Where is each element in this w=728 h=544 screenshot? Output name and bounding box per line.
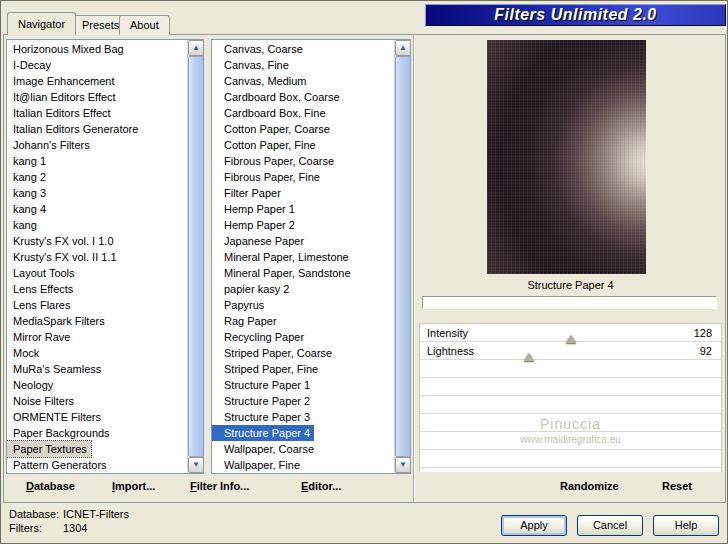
filter-info-button[interactable]: Filter Info... [190, 480, 249, 492]
window-title-banner: Filters Unlimited 2.0 [425, 4, 726, 26]
watermark: Pinuccia www.maidiregrafica.eu [420, 416, 721, 445]
category-item[interactable]: kang [7, 217, 187, 233]
filter-item[interactable]: Striped Paper, Coarse [212, 345, 394, 361]
database-button[interactable]: Database [26, 480, 75, 492]
scrollbar-thumb[interactable] [395, 56, 411, 457]
import-button[interactable]: Import... [112, 480, 155, 492]
scrollbar-thumb[interactable] [188, 56, 204, 457]
scroll-up-icon[interactable]: ▲ [188, 40, 204, 56]
category-item[interactable]: Mock [7, 345, 187, 361]
filter-item[interactable]: Mineral Paper, Sandstone [212, 265, 394, 281]
tab-navigator[interactable]: Navigator [7, 12, 76, 35]
category-item[interactable]: ORMENTE Filters [7, 409, 187, 425]
parameter-row: Lightness92 [420, 342, 721, 360]
filter-item[interactable]: Structure Paper 3 [212, 409, 394, 425]
category-item[interactable]: kang 3 [7, 185, 187, 201]
category-item[interactable]: Image Enhancement [7, 73, 187, 89]
filter-item[interactable]: Recycling Paper [212, 329, 394, 345]
category-item[interactable]: Pattern Generators [7, 457, 187, 473]
filter-item[interactable]: Fibrous Paper, Fine [212, 169, 394, 185]
category-item[interactable]: It@lian Editors Effect [7, 89, 187, 105]
parameter-value: 128 [694, 327, 712, 339]
parameter-value: 92 [700, 345, 712, 357]
parameter-label: Lightness [427, 345, 474, 357]
category-item[interactable]: MuRa's Seamless [7, 361, 187, 377]
category-item[interactable]: Krusty's FX vol. I 1.0 [7, 233, 187, 249]
category-item[interactable]: Italian Editors Generatore [7, 121, 187, 137]
filter-scrollbar[interactable]: ▲ ▼ [394, 40, 410, 473]
apply-button[interactable]: Apply [501, 515, 567, 536]
filter-item[interactable]: Structure Paper 2 [212, 393, 394, 409]
filter-item[interactable]: Cotton Paper, Coarse [212, 121, 394, 137]
filter-item[interactable]: Wallpaper, Fine [212, 457, 394, 473]
category-item[interactable]: Mirror Rave [7, 329, 187, 345]
preview-caption: Structure Paper 4 [415, 279, 726, 291]
filter-item[interactable]: Canvas, Medium [212, 73, 394, 89]
watermark-name: Pinuccia [420, 416, 721, 432]
filter-item[interactable]: Hemp Paper 1 [212, 201, 394, 217]
filter-item[interactable]: Wallpaper, Coarse [212, 441, 394, 457]
filter-item[interactable]: Cardboard Box, Coarse [212, 89, 394, 105]
cancel-button[interactable]: Cancel [577, 515, 643, 536]
tab-about[interactable]: About [119, 15, 170, 35]
filter-item[interactable]: Striped Paper, Fine [212, 361, 394, 377]
filter-item[interactable]: Canvas, Fine [212, 57, 394, 73]
filters-status-value: 1304 [63, 522, 87, 534]
slider-thumb[interactable] [524, 353, 534, 361]
category-item[interactable]: MediaSpark Filters [7, 313, 187, 329]
filter-item[interactable]: Filter Paper [212, 185, 394, 201]
filter-listbox[interactable]: Canvas, CoarseCanvas, FineCanvas, Medium… [211, 39, 411, 474]
watermark-url: www.maidiregrafica.eu [420, 434, 721, 445]
filter-item[interactable]: Japanese Paper [212, 233, 394, 249]
scroll-down-icon[interactable]: ▼ [395, 457, 411, 473]
scroll-up-icon[interactable]: ▲ [395, 40, 411, 56]
filter-item[interactable]: Canvas, Coarse [212, 41, 394, 57]
category-item[interactable]: Neology [7, 377, 187, 393]
reset-button[interactable]: Reset [662, 480, 692, 492]
category-item[interactable]: Layout Tools [7, 265, 187, 281]
help-button[interactable]: Help [653, 515, 719, 536]
category-item[interactable]: Krusty's FX vol. II 1.1 [7, 249, 187, 265]
category-item[interactable]: Johann's Filters [7, 137, 187, 153]
category-list-items: Horizonous Mixed BagI-DecayImage Enhance… [7, 41, 187, 473]
preview-progress-bar [422, 296, 717, 309]
category-item[interactable]: kang 1 [7, 153, 187, 169]
scroll-down-icon[interactable]: ▼ [188, 457, 204, 473]
category-item[interactable]: Paper Textures [7, 441, 91, 457]
filter-item[interactable]: Fibrous Paper, Coarse [212, 153, 394, 169]
category-item[interactable]: Paper Backgrounds [7, 425, 187, 441]
filter-item[interactable]: Cotton Paper, Fine [212, 137, 394, 153]
editor-button[interactable]: Editor... [301, 480, 341, 492]
navigator-tab-page: Horizonous Mixed BagI-DecayImage Enhance… [3, 34, 726, 503]
filter-item[interactable]: papier kasy 2 [212, 281, 394, 297]
filter-item[interactable]: Papyrus [212, 297, 394, 313]
preview-image [487, 40, 646, 274]
category-item[interactable]: kang 2 [7, 169, 187, 185]
filter-item[interactable]: Structure Paper 1 [212, 377, 394, 393]
category-item[interactable]: Noise Filters [7, 393, 187, 409]
database-status-value: ICNET-Filters [63, 508, 129, 520]
filters-unlimited-window: Filters Unlimited 2.0 Navigator Presets … [0, 0, 728, 544]
category-item[interactable]: Lens Flares [7, 297, 187, 313]
filter-item[interactable]: Cardboard Box, Fine [212, 105, 394, 121]
category-item[interactable]: I-Decay [7, 57, 187, 73]
filter-item[interactable]: Rag Paper [212, 313, 394, 329]
filter-list-items: Canvas, CoarseCanvas, FineCanvas, Medium… [212, 41, 394, 473]
randomize-button[interactable]: Randomize [560, 480, 619, 492]
parameter-list: Pinuccia www.maidiregrafica.eu Intensity… [419, 323, 722, 472]
preview-panel: Structure Paper 4 Pinuccia www.maidiregr… [415, 35, 726, 502]
filter-item[interactable]: Structure Paper 4 [212, 425, 314, 441]
category-item[interactable]: Lens Effects [7, 281, 187, 297]
category-item[interactable]: kang 4 [7, 201, 187, 217]
database-status-label: Database: [9, 508, 59, 520]
category-listbox[interactable]: Horizonous Mixed BagI-DecayImage Enhance… [6, 39, 204, 474]
filter-item[interactable]: Mineral Paper, Limestone [212, 249, 394, 265]
category-item[interactable]: Horizonous Mixed Bag [7, 41, 187, 57]
parameter-label: Intensity [427, 327, 468, 339]
category-scrollbar[interactable]: ▲ ▼ [187, 40, 203, 473]
category-item[interactable]: Italian Editors Effect [7, 105, 187, 121]
filters-status-label: Filters: [9, 522, 42, 534]
filter-item[interactable]: Hemp Paper 2 [212, 217, 394, 233]
